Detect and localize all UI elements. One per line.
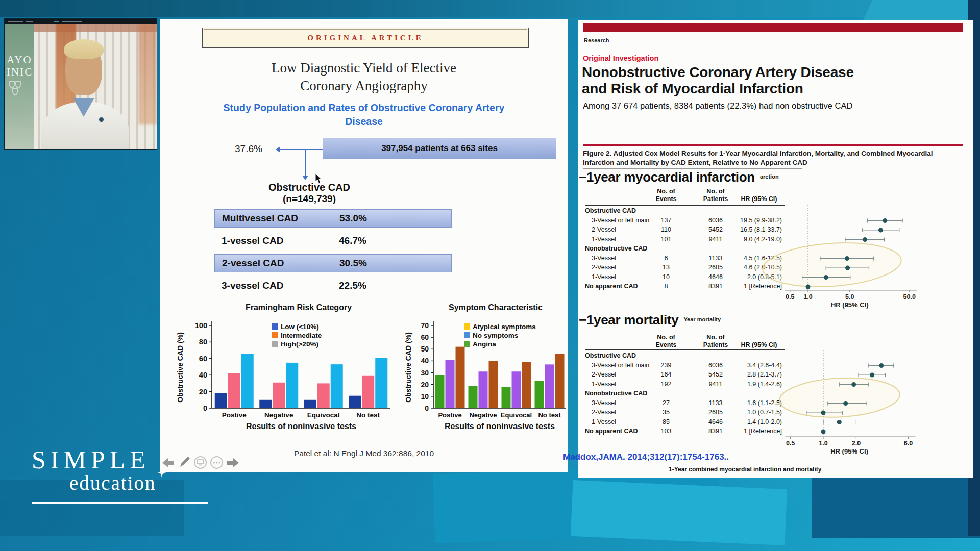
speaker-video[interactable]: AYO INIC <box>4 18 157 150</box>
mayo-shields-icon <box>9 81 26 96</box>
cad-rate-row: 2-vessel CAD30.5% <box>214 254 452 272</box>
svg-text:Intermediate: Intermediate <box>281 332 322 339</box>
svg-text:High(>20%): High(>20%) <box>281 340 318 348</box>
simple-education-logo: SIMPLE education <box>32 445 208 504</box>
right-slide-title: Nonobstructive Coronary Artery Disease a… <box>582 64 949 97</box>
forward-arrow-icon[interactable] <box>227 458 239 468</box>
forest-row-label: Obstructive CAD <box>585 207 636 214</box>
svg-text:Equivocal: Equivocal <box>307 411 340 419</box>
svg-text:Obstructive CAD (%): Obstructive CAD (%) <box>176 332 184 403</box>
svg-text:1.0: 1.0 <box>819 440 827 447</box>
key-finding: Among 37 674 patients, 8384 patients (22… <box>583 101 852 111</box>
forest-row-label: Nonobstructive CAD <box>585 245 647 252</box>
forest-row-label: 3-Vessel <box>592 255 616 262</box>
svg-text:60: 60 <box>199 355 207 363</box>
journal-section: Research <box>584 37 609 43</box>
svg-text:50.0: 50.0 <box>903 293 916 300</box>
panel-heading: −1year mortality <box>579 312 678 328</box>
svg-text:2.0: 2.0 <box>852 440 861 447</box>
forest-row-label: 3-Vessel <box>592 399 616 407</box>
forest-row-label: 3-Vessel or left main <box>592 362 649 369</box>
background-shape <box>571 480 787 545</box>
flow-percent: 37.6% <box>235 143 262 155</box>
forest-row-label: 2-Vessel <box>592 409 616 416</box>
svg-text:80: 80 <box>199 338 207 346</box>
logo-simple: SIMPLE <box>32 445 208 474</box>
forest-row-label: 3-Vessel or left main <box>592 217 649 224</box>
svg-text:100: 100 <box>195 321 207 330</box>
svg-text:50: 50 <box>421 345 429 353</box>
forest-row-label: No apparent CAD <box>585 428 638 435</box>
slide-right: Research Original Investigation Nonobstr… <box>578 20 973 478</box>
panel-heading-note: arction <box>760 173 779 180</box>
jama-red-banner <box>583 23 963 32</box>
forest-row-label: 2-Vessel <box>592 371 616 378</box>
svg-text:60: 60 <box>421 333 429 341</box>
logo-education: education <box>69 471 156 494</box>
svg-text:30: 30 <box>421 369 429 377</box>
panel-heading: −1year myocardial infarction <box>579 169 755 185</box>
svg-text:Results of noninvasive tests: Results of noninvasive tests <box>246 422 356 431</box>
forest-row-label: 1-Vessel <box>592 273 616 281</box>
cad-rate-row: 3-vessel CAD22.5% <box>214 277 452 295</box>
sparkle-icon <box>157 468 166 478</box>
framingham-risk-chart: Framingham Risk CategoryObstructive CAD … <box>174 301 396 433</box>
svg-text:40: 40 <box>421 357 429 365</box>
forest-row-label: 1-Vessel <box>592 381 616 388</box>
forest-row-label: 1-Vessel <box>592 418 616 425</box>
svg-text:Equivocal: Equivocal <box>501 411 532 419</box>
svg-text:0: 0 <box>425 404 429 412</box>
logo-underline <box>32 502 208 504</box>
left-slide-title: Low Diagnostic Yield of Elective Coronar… <box>160 59 568 94</box>
svg-text:Obstructive CAD (%): Obstructive CAD (%) <box>404 332 412 403</box>
symptom-characteristic-chart: Symptom CharacteristicObstructive CAD (%… <box>404 301 570 433</box>
svg-text:Framingham Risk Category: Framingham Risk Category <box>246 303 352 312</box>
slide-left: ORIGINAL ARTICLE Low Diagnostic Yield of… <box>160 19 568 472</box>
svg-text:0: 0 <box>203 404 207 412</box>
svg-text:HR (95% CI): HR (95% CI) <box>830 447 868 455</box>
mayo-clinic-logo-text: AYO INIC <box>7 54 33 78</box>
svg-text:5.0: 5.0 <box>845 293 854 300</box>
right-citation: Maddox,JAMA. 2014;312(17):1754-1763.. <box>563 452 729 462</box>
cad-rate-row: 1-vessel CAD46.7% <box>214 232 452 250</box>
background-top-strip <box>0 0 980 17</box>
svg-text:Negative: Negative <box>469 411 497 419</box>
svg-text:20: 20 <box>421 381 429 389</box>
forest-row-label: 1-Vessel <box>592 236 616 243</box>
forest-row-label: 2-Vessel <box>592 226 616 233</box>
svg-text:0.5: 0.5 <box>786 293 794 300</box>
svg-text:Atypical symptoms: Atypical symptoms <box>473 323 536 331</box>
webinar-screen: AYO INIC ORIGINAL ARTICLE Low Diagnostic… <box>0 0 980 551</box>
svg-text:6.0: 6.0 <box>904 440 913 447</box>
population-box: 397,954 patients at 663 sites <box>323 138 556 159</box>
forest-row-label: No apparent CAD <box>585 283 638 290</box>
svg-text:1.0: 1.0 <box>803 293 812 300</box>
video-titlebar <box>5 19 157 24</box>
nejm-article-banner: ORIGINAL ARTICLE <box>202 28 529 48</box>
svg-text:Results of noninvasive tests: Results of noninvasive tests <box>445 422 555 431</box>
svg-text:20: 20 <box>199 388 207 396</box>
left-slide-subtitle: Study Population and Rates of Obstructiv… <box>160 101 568 129</box>
svg-text:Low (<10%): Low (<10%) <box>281 323 319 331</box>
svg-text:Postive: Postive <box>438 411 461 419</box>
ellipsis-icon[interactable] <box>210 456 223 469</box>
svg-text:No test: No test <box>356 411 380 419</box>
svg-text:Postive: Postive <box>222 411 247 419</box>
forest-plot: 0.51.02.06.0HR (95% CI) <box>789 316 972 490</box>
mouse-cursor <box>315 173 323 185</box>
cad-rate-row: Multivessel CAD53.0% <box>214 209 452 228</box>
article-tag: ORIGINAL ARTICLE <box>307 34 423 42</box>
svg-text:Symptom Characteristic: Symptom Characteristic <box>449 303 543 312</box>
flow-arrow-left-icon <box>277 149 323 150</box>
video-frame: AYO INIC <box>5 24 157 149</box>
flow-arrow-down-icon <box>305 149 306 179</box>
svg-text:Angina: Angina <box>473 340 496 348</box>
svg-text:No symptoms: No symptoms <box>473 332 518 339</box>
divider-gray <box>583 168 802 169</box>
microphone-clip <box>99 117 104 122</box>
svg-text:No test: No test <box>538 411 561 419</box>
article-type: Original Investigation <box>583 54 658 62</box>
obstructive-cad-node: Obstructive CAD (n=149,739) <box>248 182 371 205</box>
speaker-hair <box>64 39 103 59</box>
forest-row-label: Nonobstructive CAD <box>585 390 647 397</box>
